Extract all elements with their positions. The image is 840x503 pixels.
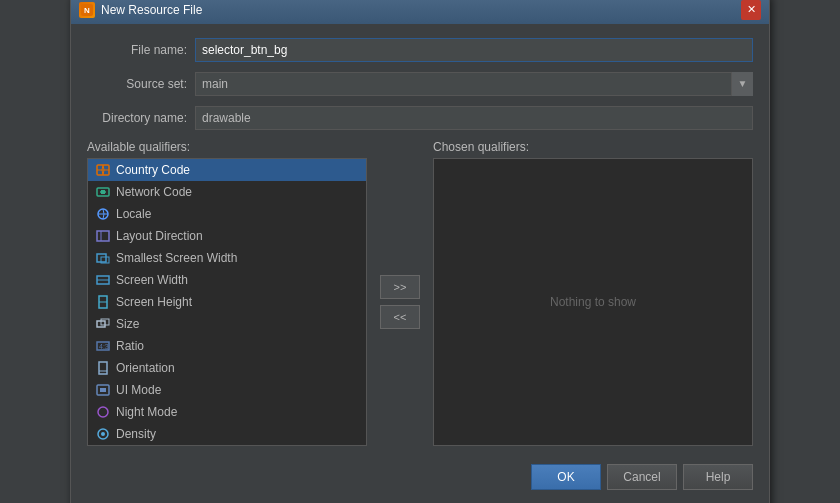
file-name-label: File name:	[87, 43, 187, 57]
orient-icon	[96, 361, 110, 375]
network-icon	[96, 185, 110, 199]
close-button[interactable]: ✕	[741, 0, 761, 20]
list-item-smallest-screen-width[interactable]: Smallest Screen Width	[88, 247, 366, 269]
list-item-label-screen-height: Screen Height	[116, 295, 192, 309]
chosen-qualifiers-header: Chosen qualifiers:	[433, 140, 753, 154]
list-item-layout-direction[interactable]: Layout Direction	[88, 225, 366, 247]
remove-qualifier-button[interactable]: <<	[380, 305, 420, 329]
svg-rect-6	[101, 190, 105, 194]
list-item-label-locale: Locale	[116, 207, 151, 221]
list-item-locale[interactable]: Locale	[88, 203, 366, 225]
add-qualifier-button[interactable]: >>	[380, 275, 420, 299]
svg-point-25	[98, 407, 108, 417]
svg-text:N: N	[84, 6, 90, 15]
list-item-density[interactable]: Density	[88, 423, 366, 445]
screenh-icon	[96, 295, 110, 309]
svg-rect-24	[100, 388, 106, 392]
file-name-row: File name:	[87, 38, 753, 62]
country-icon	[96, 163, 110, 177]
list-item-label-screen-width: Screen Width	[116, 273, 188, 287]
list-item-label-density: Density	[116, 427, 156, 441]
dialog-body: File name: Source set: main ▼ Directory …	[71, 24, 769, 504]
list-item-label-smallest-screen-width: Smallest Screen Width	[116, 251, 237, 265]
list-item-label-night-mode: Night Mode	[116, 405, 177, 419]
uimode-icon	[96, 383, 110, 397]
list-item-ratio[interactable]: 4:3Ratio	[88, 335, 366, 357]
dialog-icon: N	[79, 2, 95, 18]
list-item-label-ratio: Ratio	[116, 339, 144, 353]
qualifiers-header-row: Available qualifiers: Chosen qualifiers:	[87, 140, 753, 154]
density-icon	[96, 427, 110, 441]
svg-text:4:3: 4:3	[99, 343, 109, 350]
smallest-icon	[96, 251, 110, 265]
list-item-label-size: Size	[116, 317, 139, 331]
list-item-country-code[interactable]: Country Code	[88, 159, 366, 181]
help-button[interactable]: Help	[683, 464, 753, 490]
list-item-screen-width[interactable]: Screen Width	[88, 269, 366, 291]
source-set-select[interactable]: main	[195, 72, 753, 96]
screenw-icon	[96, 273, 110, 287]
new-resource-file-dialog: N New Resource File ✕ File name: Source …	[70, 0, 770, 503]
size-icon	[96, 317, 110, 331]
arrows-container: >> <<	[375, 158, 425, 446]
directory-input[interactable]	[195, 106, 753, 130]
qualifiers-row: Country CodeNetwork CodeLocaleLayout Dir…	[87, 158, 753, 446]
title-bar: N New Resource File ✕	[71, 0, 769, 24]
button-row: OK Cancel Help	[87, 456, 753, 494]
directory-name-row: Directory name:	[87, 106, 753, 130]
nothing-to-show: Nothing to show	[550, 295, 636, 309]
list-item-label-network-code: Network Code	[116, 185, 192, 199]
svg-rect-21	[99, 362, 107, 374]
list-item-size[interactable]: Size	[88, 313, 366, 335]
list-item-label-country-code: Country Code	[116, 163, 190, 177]
list-item-network-code[interactable]: Network Code	[88, 181, 366, 203]
source-set-row: Source set: main ▼	[87, 72, 753, 96]
chosen-qualifiers-list: Nothing to show	[433, 158, 753, 446]
directory-label: Directory name:	[87, 111, 187, 125]
night-icon	[96, 405, 110, 419]
list-item-ui-mode[interactable]: UI Mode	[88, 379, 366, 401]
available-qualifiers-header: Available qualifiers:	[87, 140, 367, 154]
layout-icon	[96, 229, 110, 243]
file-name-input[interactable]	[195, 38, 753, 62]
list-item-label-layout-direction: Layout Direction	[116, 229, 203, 243]
list-item-label-ui-mode: UI Mode	[116, 383, 161, 397]
available-list[interactable]: Country CodeNetwork CodeLocaleLayout Dir…	[87, 158, 367, 446]
list-item-screen-height[interactable]: Screen Height	[88, 291, 366, 313]
ratio-icon: 4:3	[96, 339, 110, 353]
list-item-orientation[interactable]: Orientation	[88, 357, 366, 379]
source-set-label: Source set:	[87, 77, 187, 91]
locale-icon	[96, 207, 110, 221]
cancel-button[interactable]: Cancel	[607, 464, 677, 490]
title-bar-left: N New Resource File	[79, 2, 202, 18]
list-item-night-mode[interactable]: Night Mode	[88, 401, 366, 423]
ok-button[interactable]: OK	[531, 464, 601, 490]
dialog-title: New Resource File	[101, 3, 202, 17]
list-item-label-orientation: Orientation	[116, 361, 175, 375]
svg-point-27	[101, 432, 105, 436]
svg-rect-9	[97, 231, 109, 241]
source-set-wrapper: main ▼	[195, 72, 753, 96]
qualifiers-section: Available qualifiers: Chosen qualifiers:…	[87, 140, 753, 446]
